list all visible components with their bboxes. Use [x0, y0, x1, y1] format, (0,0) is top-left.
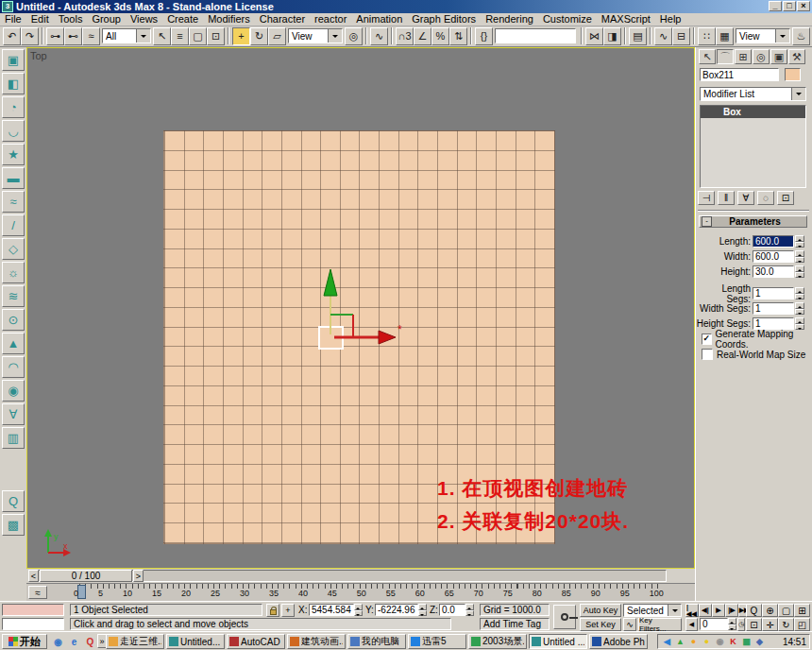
hierarchy-tab[interactable]: ⊞ [735, 49, 752, 64]
track-bar[interactable]: ≈ 05101520253035404550556065707580859095… [26, 583, 695, 602]
task-xunlei5[interactable]: 迅雷5 [408, 634, 466, 649]
pin-stack-button[interactable]: ⊣ [698, 191, 715, 205]
generate-mapping-coords-checkbox[interactable]: ✓ Generate Mapping Coords. [702, 333, 812, 346]
absolute-offset-toggle[interactable]: + [281, 604, 295, 617]
maximize-button[interactable]: □ [783, 1, 796, 11]
render-type-dropdown[interactable]: View [736, 28, 790, 43]
x-axis-arrow[interactable] [379, 331, 396, 344]
checkbox-box[interactable] [702, 349, 713, 360]
x-coord-field[interactable]: 5454.584 [309, 604, 354, 616]
menu-reactor[interactable]: reactor [310, 13, 351, 26]
select-and-manipulate-button[interactable]: ∿ [370, 27, 388, 45]
keyboard-shortcut-override-toggle[interactable] [553, 605, 576, 629]
menu-customize[interactable]: Customize [538, 13, 597, 26]
previous-frame-button[interactable]: ◀| [699, 604, 712, 617]
title-bar[interactable]: 3 Untitled - Autodesk 3ds Max 8 - Stand-… [0, 0, 812, 13]
param-spinner[interactable] [795, 235, 804, 248]
menu-animation[interactable]: Animation [351, 13, 407, 26]
next-frame-arrow[interactable]: > [133, 570, 144, 582]
z-coord-field[interactable]: 0.0 [439, 604, 465, 616]
select-and-rotate-button[interactable]: ↻ [250, 27, 268, 45]
remove-modifier-button[interactable]: ◌ [757, 191, 774, 205]
param-spinner[interactable] [795, 250, 804, 263]
x-coord-spinner[interactable] [354, 604, 363, 616]
task-autocad[interactable]: AutoCAD ... [227, 634, 285, 649]
z-coord-spinner[interactable] [465, 604, 474, 616]
real-world-map-size-checkbox[interactable]: Real-World Map Size [702, 348, 812, 361]
param-field[interactable]: 1 [753, 302, 794, 315]
menu-create[interactable]: Create [162, 13, 203, 26]
maxscript-mini-listener-white[interactable] [2, 618, 64, 630]
key-mode-toggle[interactable]: ◀ [685, 618, 698, 631]
zoom-all-button[interactable]: ⊕ [762, 604, 778, 617]
reactor-water-icon[interactable]: ◠ [2, 356, 25, 378]
close-button[interactable]: × [797, 1, 810, 11]
y-coord-spinner[interactable] [418, 604, 427, 616]
zoom-extents-all-button[interactable]: ⊞ [794, 604, 810, 617]
zoom-extents-button[interactable]: ▢ [778, 604, 794, 617]
reactor-utils-magnifier-icon[interactable]: Q [2, 490, 25, 512]
time-slider-handle[interactable]: 0 / 100 [40, 570, 132, 582]
set-key-button[interactable]: Set Key [580, 618, 621, 631]
pan-view-button[interactable]: ✛ [762, 618, 778, 631]
arc-rotate-button[interactable]: ↻ [778, 618, 794, 631]
reactor-rope-collection-icon[interactable]: ◡ [2, 120, 25, 142]
task-zoujin-sanwei[interactable]: 走近三维... [106, 634, 164, 649]
param-field[interactable]: 30.0 [753, 265, 794, 278]
show-end-result-button[interactable]: ‖ [718, 191, 735, 205]
redo-button[interactable]: ↷ [21, 27, 39, 45]
task-adobe-photoshop[interactable]: Adobe Pho... [589, 634, 648, 649]
edit-named-selection-sets-button[interactable]: {} [475, 27, 493, 45]
maxscript-mini-listener-pink[interactable] [2, 604, 64, 616]
parameters-rollout-header[interactable]: - Parameters [699, 215, 807, 228]
display-tab[interactable]: ▣ [770, 49, 787, 64]
selection-lock-toggle[interactable] [266, 604, 279, 617]
start-button[interactable]: 开始 [2, 634, 47, 649]
ql-media-icon[interactable]: ◉ [51, 635, 65, 649]
modifier-stack[interactable]: Box [700, 105, 806, 188]
reactor-rigid-body-collection-icon[interactable]: ▣ [2, 49, 25, 71]
min-max-toggle-button[interactable]: ◰ [794, 618, 810, 631]
menu-rendering[interactable]: Rendering [481, 13, 538, 26]
tray-updater-icon[interactable]: ▲ [674, 637, 686, 646]
tray-security-icon[interactable]: ◉ [714, 637, 726, 646]
dropdown-arrow-icon[interactable] [775, 29, 789, 43]
unlink-selection-button[interactable]: ⊷ [64, 27, 82, 45]
param-field[interactable]: 1 [753, 287, 794, 299]
reactor-cl-collision-icon[interactable]: ◉ [2, 380, 25, 402]
region-zoom-button[interactable]: ⊡ [746, 618, 762, 631]
menu-graph-editors[interactable]: Graph Editors [407, 13, 481, 26]
tray-kingsoft-icon[interactable]: K [727, 637, 739, 646]
modify-tab[interactable]: ⌒ [717, 49, 734, 64]
reactor-soft-body-collection-icon[interactable]: ◔ [2, 96, 25, 118]
reactor-motor-icon[interactable]: ☼ [2, 262, 25, 283]
ql-qq-icon[interactable]: Q [83, 635, 97, 649]
menu-edit[interactable]: Edit [26, 13, 54, 26]
selection-set-dropdown[interactable]: Selected [623, 604, 682, 617]
tray-thunder-icon[interactable]: ◀ [661, 637, 673, 646]
reactor-toy-car-icon[interactable]: ⊙ [2, 309, 25, 331]
task-untitled-2[interactable]: Untitled ... [529, 634, 587, 649]
dropdown-arrow-icon[interactable] [136, 29, 150, 43]
previous-frame-arrow[interactable]: < [28, 570, 39, 582]
dropdown-arrow-icon[interactable] [791, 88, 805, 100]
rollout-collapse-icon[interactable]: - [702, 216, 712, 227]
menu-help[interactable]: Help [655, 13, 686, 26]
set-key-curve-icon[interactable]: ∿ [623, 618, 636, 631]
reactor-deforming-mesh-collection-icon[interactable]: ★ [2, 144, 25, 165]
reactor-spring-icon[interactable]: ≈ [2, 191, 25, 213]
modifier-list-dropdown[interactable]: Modifier List [700, 87, 806, 101]
task-my-computer[interactable]: 我的电脑 [347, 634, 406, 649]
viewport-top[interactable]: Top * y x 1. 在顶视图创建地砖 2. 关联复制 [26, 47, 695, 569]
reactor-wind-icon[interactable]: ≋ [2, 285, 25, 307]
play-button[interactable]: ▶ [712, 604, 725, 617]
quick-render-button[interactable]: ♨ [792, 27, 810, 45]
tray-network-icon[interactable]: ▦ [740, 637, 753, 646]
ql-ie-icon[interactable]: e [67, 635, 81, 649]
mirror-button[interactable]: ⋈ [585, 27, 603, 45]
render-scene-button[interactable]: ▦ [716, 27, 734, 45]
checkbox-box[interactable]: ✓ [702, 334, 712, 345]
select-and-scale-button[interactable]: ▱ [268, 27, 286, 45]
key-filters-button[interactable]: Key Filters... [638, 618, 682, 631]
mini-curve-editor-button[interactable]: ≈ [28, 586, 47, 599]
